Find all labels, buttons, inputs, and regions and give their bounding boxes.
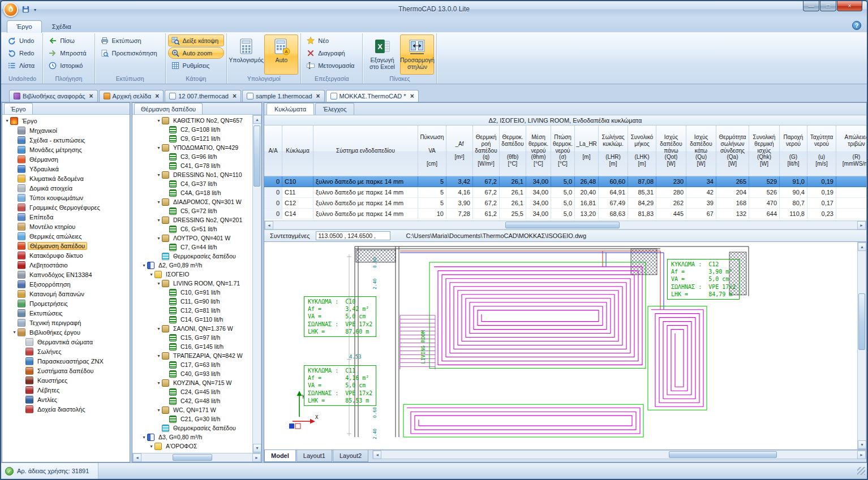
grid-column-header[interactable]: Ταχύτητα νερού (u) [m/s] — [807, 126, 836, 176]
floor-tree-item[interactable]: C4, G=37 lit/h — [132, 179, 252, 188]
layout-tab-layout1[interactable]: Layout1 — [297, 450, 332, 462]
grid-column-header[interactable]: Συνολικό μήκος (LHK) [m] — [628, 126, 656, 176]
tree-item[interactable]: Επίπεδα — [2, 212, 130, 222]
floor-tree-item[interactable]: C21, G=30 lit/h — [132, 414, 252, 423]
grid-column-header[interactable]: Σωλήνας κυκλώμ. (LHR) [m] — [599, 126, 628, 176]
document-tab[interactable]: Βιβλιοθήκες αναφοράς × — [9, 90, 98, 102]
scroll-right-icon[interactable]: ► — [857, 221, 866, 230]
grid-column-header[interactable]: Σύστημα ενδοδαπεδίου — [313, 126, 418, 176]
close-tab-icon[interactable]: × — [316, 93, 320, 99]
expand-icon[interactable]: ▾ — [156, 236, 162, 241]
expand-icon[interactable]: ▾ — [156, 281, 162, 286]
tree-item-project-root[interactable]: ▾ Έργο — [2, 116, 130, 126]
quick-access-dropdown-icon[interactable]: ▾ — [33, 7, 37, 12]
floor-tree-item[interactable]: C6, G=51 lit/h — [132, 224, 252, 233]
tree-item[interactable]: Προμετρήσεις — [2, 299, 130, 308]
grid-row[interactable]: 0C12ξυλινο δαπεδο με παρκε 14 mm53,9067,… — [264, 198, 866, 209]
tree-item[interactable]: Κλιματικά δεδομένα — [2, 174, 130, 183]
close-tab-icon[interactable]: × — [89, 93, 93, 99]
grid-column-header[interactable]: Α/Α — [264, 126, 282, 176]
app-menu-button[interactable] — [3, 2, 18, 17]
cad-vertical-scrollbar[interactable]: ▲ ▼ — [857, 242, 866, 449]
close-tab-icon[interactable]: × — [410, 93, 414, 99]
floor-tree-item[interactable]: C3, G=96 lit/h — [132, 152, 252, 161]
new-button[interactable]: Νέο — [303, 34, 360, 46]
expand-icon[interactable]: ▾ — [156, 145, 162, 150]
tree-item[interactable]: Υδραυλικά — [2, 164, 130, 174]
grid-column-header[interactable]: Μέση θερμοκ. νερού (θhm) [°C] — [526, 126, 551, 176]
tree-item[interactable]: Μηχανικοί — [2, 126, 130, 135]
expand-icon[interactable]: ▾ — [156, 353, 162, 358]
floor-tree-item[interactable]: C15, G=97 lit/h — [132, 333, 252, 342]
redo-button[interactable]: Redo — [5, 47, 40, 59]
document-tab[interactable]: sample 1.thermocad × — [242, 90, 325, 102]
floor-tree-item[interactable]: C12, G=81 lit/h — [132, 306, 252, 315]
grid-row[interactable]: 0C11ξυλινο δαπεδο με παρκε 14 mm54,1667,… — [264, 187, 866, 198]
expand-icon[interactable]: ▾ — [156, 380, 162, 386]
grid-column-header[interactable]: Κύκλωμα — [282, 126, 313, 176]
grid-column-header[interactable]: Συνολική θερμική ισχύς (Qhk) [W] — [749, 126, 780, 176]
expand-icon[interactable]: ▾ — [11, 330, 18, 335]
ribbon-tab[interactable]: Σχέδια — [43, 21, 80, 32]
cad-viewport[interactable]: LIVING ROOM4.530.602.400.602.40YX ΚΥΚΛΩΜ… — [264, 242, 866, 449]
grid-row[interactable]: 0C14ξυλινο δαπεδο με παρκε 14 mm107,2861… — [264, 209, 866, 219]
expand-icon[interactable]: ▾ — [156, 172, 162, 178]
floor-tree-item[interactable]: ▾ LIVING ROOM, QN=1.71 — [132, 279, 252, 288]
columns-button[interactable]: Προσαρμογή στηλών — [400, 34, 434, 75]
history-button[interactable]: Ιστορικό — [45, 59, 92, 71]
settings-button[interactable]: Ρυθμίσεις — [168, 59, 225, 71]
tree-item[interactable]: Καπνοδόχος EN13384 — [2, 270, 130, 279]
floor-tree-item[interactable]: ▾ Δ2, G=0,89 m³/h — [132, 261, 252, 270]
cad-vscrollbar-thumb[interactable] — [858, 293, 865, 350]
maximize-button[interactable]: □ — [820, 1, 836, 11]
floor-tree-item[interactable]: C41, G=78 lit/h — [132, 161, 252, 170]
tree-item[interactable]: Παρασκευαστήρας ΖΝΧ — [2, 356, 130, 366]
expand-icon[interactable]: ▾ — [141, 435, 147, 440]
scroll-left-icon[interactable]: ◄ — [133, 453, 141, 462]
floor-tree-scrollbar-thumb[interactable] — [253, 126, 260, 187]
floor-tree-item[interactable]: C14, G=110 lit/h — [132, 315, 252, 324]
tree-item[interactable]: Μονάδες μέτρησης — [2, 145, 130, 154]
floor-tree-item[interactable]: ▾ ΙΣΟΓΕΙΟ — [132, 270, 252, 279]
grid-row[interactable]: 0C10ξυλινο δαπεδο με παρκε 14 mm53,4267,… — [264, 176, 866, 187]
tree-item[interactable]: Τύποι κουφωμάτων — [2, 193, 130, 202]
tree-item[interactable]: Γραμμικές Θερμογέφυρες — [2, 202, 130, 212]
print-button[interactable]: Εκτύπωση — [97, 34, 163, 46]
scroll-down-icon[interactable]: ▼ — [858, 440, 866, 449]
back-button[interactable]: Πίσω — [45, 34, 92, 46]
floor-tree-item[interactable]: Θερμοκρασίες δαπέδου — [132, 423, 252, 433]
grid-column-header[interactable]: Θερμική ροή δαπέδου (q) [W/m²] — [473, 126, 500, 176]
floor-tree-item[interactable]: C9, G=121 lit/h — [132, 134, 252, 143]
close-tab-icon[interactable]: × — [155, 93, 159, 99]
floor-tree-item[interactable]: C11, G=90 lit/h — [132, 297, 252, 306]
floor-tree-item[interactable]: C17, G=63 lit/h — [132, 360, 252, 369]
floor-tree-hscrollbar-thumb[interactable] — [173, 454, 212, 461]
show-plan-button[interactable]: Δείξε κάτοψη — [168, 34, 225, 46]
tree-item[interactable]: Συστήματα δαπέδου — [2, 366, 130, 375]
calculator-button[interactable]: Υπολογισμός — [229, 34, 263, 75]
cad-horizontal-scrollbar[interactable]: ◄ ► — [372, 450, 866, 459]
tree-item[interactable]: Μοντέλο κτηρίου — [2, 222, 130, 231]
ribbon-tab[interactable]: Έργο — [7, 20, 42, 33]
floor-panel-tab[interactable]: Θέρμανση δαπέδου — [134, 103, 203, 114]
floor-tree-item[interactable]: ▾ DRESSING No1, QN=110 — [132, 170, 252, 179]
tree-item-project-libraries[interactable]: ▾ Βιβλιοθήκες έργου — [2, 327, 130, 337]
grid-column-header[interactable]: Παροχή νερού (G) [lit/h] — [780, 126, 807, 176]
expand-icon[interactable]: ▾ — [148, 444, 154, 449]
forward-button[interactable]: Μπροστά — [45, 47, 92, 59]
tree-item[interactable]: Δομικά στοιχεία — [2, 183, 130, 193]
floor-tree-item[interactable]: C2, G=108 lit/h — [132, 125, 252, 134]
grid-column-header[interactable]: Απώλειες τριβών (R) [mmWS/m] — [836, 126, 866, 176]
tree-item[interactable]: Σχέδια - εκτυπώσεις — [2, 135, 130, 145]
grid-column-header[interactable]: Ισχύς δαπέδου κάτω (Qu) [W] — [686, 126, 716, 176]
floor-tree-horizontal-scrollbar[interactable]: ◄ ► — [132, 453, 261, 462]
scroll-down-icon[interactable]: ▼ — [253, 444, 261, 452]
tree-item[interactable]: Δοχεία διαστολής — [2, 404, 130, 414]
tree-item[interactable]: Θέρμανση — [2, 154, 130, 164]
floor-tree-item[interactable]: ▾ ΔΙΑΔΡΟΜΟΣ, QN=301 W — [132, 197, 252, 206]
floor-tree-item[interactable]: ▾ ΛΟΥΤΡΟ, QN=401 W — [132, 233, 252, 243]
tree-item[interactable]: Κατακόρυφο δίκτυο — [2, 250, 130, 260]
tree-item[interactable]: Λεβητοστάσιο — [2, 260, 130, 270]
rename-button[interactable]: Μετονομασία — [303, 59, 360, 71]
list-button[interactable]: Λίστα — [5, 59, 40, 71]
